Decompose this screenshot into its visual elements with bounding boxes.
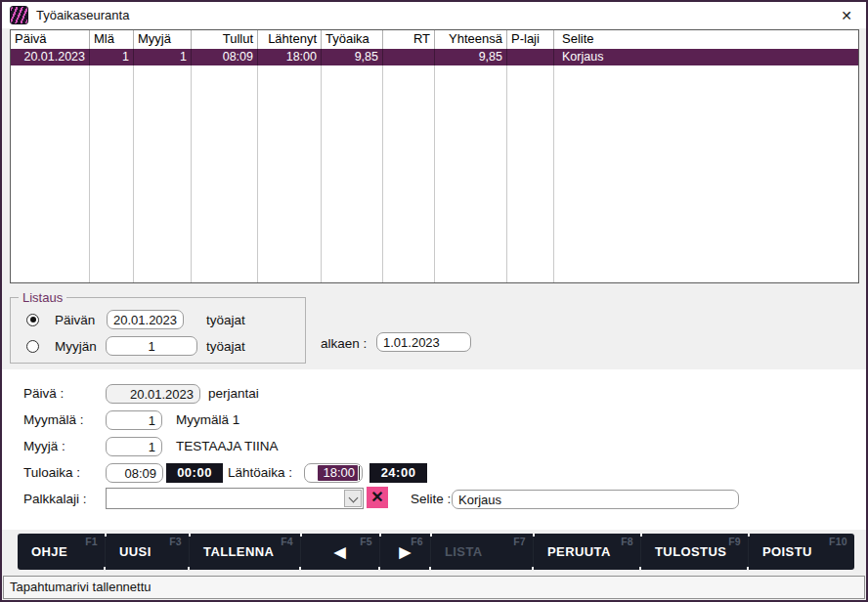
worktime-table: Päivä Mlä Myyjä Tullut Lähtenyt Työaika … [10,29,859,283]
header-cell-paiva: Päivä [11,30,90,49]
ohje-button[interactable]: OHJE F1 [18,534,105,570]
paiva-input[interactable] [106,384,200,404]
paivan-date-input[interactable] [107,310,184,329]
peruuta-button-label: PERUUTA [547,544,611,559]
myyja-label: Myyjä : [23,437,65,456]
myyjan-radio[interactable] [26,340,39,353]
alkaen-date-input[interactable] [376,332,471,352]
poistu-button-label: POISTU [762,544,812,559]
next-fkey-label: F6 [411,536,423,547]
lista-button-label: LISTA [445,544,483,559]
next-arrow-icon: ▶ [400,543,412,561]
clear-palkkalaji-button[interactable]: ✕ [367,487,388,508]
window-title: Työaikaseuranta [36,8,129,22]
tulostus-fkey-label: F9 [728,536,741,547]
poistu-button[interactable]: POISTU F10 [748,534,854,570]
row-cell-selite: Korjaus [554,49,858,65]
row-cell-yhteensa: 9,85 [435,49,507,65]
myyja-name-label: TESTAAJA TIINA [176,437,279,456]
tallenna-button[interactable]: TALLENNA F4 [189,534,300,570]
row-cell-plaji [507,49,554,65]
lahtoaika-label: Lähtöaika : [228,463,292,483]
next-button[interactable]: ▶ F6 [379,534,430,570]
header-cell-mla: Mlä [90,30,134,49]
ohje-button-label: OHJE [31,544,67,559]
tuloaika-min-box: 00:00 [166,463,223,483]
header-cell-tullut: Tullut [192,30,258,49]
selite-input[interactable] [452,490,739,509]
tulostus-button-label: TULOSTUS [655,544,726,559]
paivan-radio-label: Päivän [55,313,106,327]
row-cell-lahtenyt: 18:00 [258,49,322,65]
lahtoaika-selected-text: 18:00 [318,465,358,481]
alkaen-label: alkaen : [321,336,367,351]
uusi-button-label: UUSI [119,544,152,559]
paiva-label: Päivä : [23,384,64,404]
listaus-group-title: Listaus [19,290,66,305]
header-cell-rt: RT [383,30,435,49]
poistu-fkey-label: F10 [829,536,847,547]
tuloaika-label: Tuloaika : [23,463,80,483]
lista-button: LISTA F7 [430,534,533,570]
previous-fkey-label: F5 [360,536,372,547]
lahtoaika-input[interactable]: 18:00 [304,463,363,483]
table-row[interactable]: 20.01.2023 1 1 08:09 18:00 9,85 9,85 Kor… [11,49,858,65]
previous-arrow-icon: ◀ [334,543,346,561]
uusi-fkey-label: F3 [169,536,182,547]
title-bar: Työaikaseuranta ✕ [2,2,866,28]
close-icon[interactable]: ✕ [835,8,858,23]
header-cell-selite: Selite [554,30,858,49]
tallenna-fkey-label: F4 [281,536,293,547]
row-cell-myyja: 1 [134,49,192,65]
previous-button[interactable]: ◀ F5 [300,534,379,570]
selite-label: Selite : [411,490,451,509]
row-cell-tullut: 08:09 [192,49,258,65]
chevron-down-icon[interactable] [344,490,362,507]
peruuta-button[interactable]: PERUUTA F8 [533,534,640,570]
palkkalaji-dropdown[interactable] [106,488,364,509]
myymala-input[interactable] [106,410,162,430]
row-cell-tyoaika: 9,85 [322,49,383,65]
lahtoaika-max-box: 24:00 [369,463,427,483]
row-cell-rt [383,49,435,65]
ohje-fkey-label: F1 [85,536,98,547]
app-logo-icon [10,6,28,24]
table-empty-area [11,65,858,282]
entry-form-panel: Päivä : perjantai Myymälä : Myymälä 1 My… [2,369,866,530]
header-cell-plaji: P-laji [507,30,554,49]
table-header-row: Päivä Mlä Myyjä Tullut Lähtenyt Työaika … [11,30,858,49]
header-cell-tyoaika: Työaika [322,30,383,49]
tuloaika-input[interactable] [106,463,163,483]
listaus-groupbox: Listaus Päivän työajat Myyjän työajat [10,297,306,364]
listaus-row-myyjan: Myyjän työajat [11,336,305,356]
weekday-label: perjantai [208,384,259,404]
header-cell-lahtenyt: Lähtenyt [258,30,322,49]
myyjan-radio-label: Myyjän [55,339,106,354]
palkkalaji-label: Palkkalaji : [23,490,87,509]
myymala-name-label: Myymälä 1 [176,410,239,430]
uusi-button[interactable]: UUSI F3 [105,534,189,570]
header-cell-yhteensa: Yhteensä [435,30,507,49]
myyja-input[interactable] [106,437,162,456]
app-window: Työaikaseuranta ✕ Päivä Mlä Myyjä Tullut… [0,0,868,602]
header-cell-myyja: Myyjä [134,30,192,49]
status-bar: Tapahtumarivi tallennettu [3,576,865,599]
tulostus-button[interactable]: TULOSTUS F9 [640,534,748,570]
paivan-suffix-label: työajat [206,313,245,327]
tallenna-button-label: TALLENNA [203,544,274,559]
myyjan-number-input[interactable] [106,336,197,356]
row-cell-paiva: 20.01.2023 [11,49,90,65]
lista-fkey-label: F7 [513,536,526,547]
paivan-radio[interactable] [26,314,39,326]
function-key-toolbar: OHJE F1 UUSI F3 TALLENNA F4 ◀ F5 ▶ F6 LI… [18,534,854,570]
myyjan-suffix-label: työajat [206,339,245,354]
peruuta-fkey-label: F8 [621,536,633,547]
row-cell-mla: 1 [90,49,134,65]
myymala-label: Myymälä : [23,410,84,430]
text-caret [359,466,360,480]
listaus-row-paivan: Päivän työajat [11,310,305,329]
